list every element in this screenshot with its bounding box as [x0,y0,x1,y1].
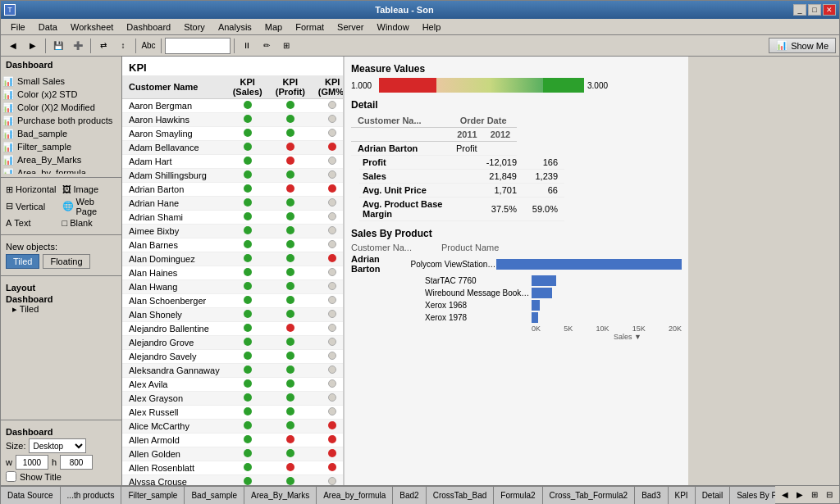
tab-cross-formula[interactable]: Cross_Tab_Formula2 [543,486,636,504]
panel-item-area-formula[interactable]: 📊 Area_by_formula [1,166,121,174]
tab-detail[interactable]: Detail [696,486,731,504]
maximize-button[interactable]: □ [808,4,821,16]
toolbar-pencil[interactable]: ✏ [258,37,276,55]
width-input[interactable] [16,455,48,470]
menu-help[interactable]: Help [416,20,448,34]
toolbar-back[interactable]: ◀ [4,37,22,55]
tiled-button[interactable]: Tiled [6,254,39,269]
sales-product: StarTAC 7760 [425,276,532,285]
grid-icon[interactable]: ⊟ [823,488,836,502]
kpi-row[interactable]: Alejandro Savely [122,350,343,364]
menu-map[interactable]: Map [258,20,289,34]
tab-area-formula[interactable]: Area_by_formula [317,486,393,504]
kpi-row[interactable]: Allen Golden [122,447,343,461]
kpi-row[interactable]: Aaron Bergman [122,99,343,113]
floating-button[interactable]: Floating [43,254,89,269]
kpi-row[interactable]: Alyssa Crouse [122,475,343,486]
kpi-row[interactable]: Adam Hart [122,155,343,169]
menu-analysis[interactable]: Analysis [212,20,258,34]
tab-formula2[interactable]: Formula2 [494,486,542,504]
show-title-checkbox[interactable] [6,471,16,482]
menu-story[interactable]: Story [177,20,212,34]
menu-worksheet[interactable]: Worksheet [64,20,120,34]
kpi-profit-cell [269,169,312,183]
obj-text[interactable]: A Text [6,218,61,228]
menu-data[interactable]: Data [32,20,64,34]
kpi-row[interactable]: Allen Rosenblatt [122,461,343,475]
kpi-row[interactable]: Alan Shonely [122,308,343,322]
kpi-row[interactable]: Adrian Hane [122,197,343,211]
kpi-row[interactable]: Adam Bellavance [122,141,343,155]
kpi-row[interactable]: Alice McCarthy [122,420,343,434]
tab-bad2[interactable]: Bad2 [393,486,426,504]
toolbar-dropdown[interactable] [165,38,231,54]
kpi-row[interactable]: Adrian Barton [122,183,343,197]
nav-next-icon[interactable]: ▶ [793,488,806,502]
panel-item-filter[interactable]: 📊 Filter_sample [1,140,121,153]
tab-area-marks[interactable]: Area_By_Marks [244,486,317,504]
kpi-row[interactable]: Alex Russell [122,406,343,420]
menu-file[interactable]: File [4,20,32,34]
panel-item-bad-sample[interactable]: 📊 Bad_sample [1,127,121,140]
kpi-row[interactable]: Aaron Hawkins [122,113,343,127]
menu-server[interactable]: Server [331,20,370,34]
kpi-row[interactable]: Alan Hwang [122,280,343,294]
obj-horizontal[interactable]: ⊞ Horizontal [6,184,61,195]
close-button[interactable]: ✕ [823,4,836,16]
obj-image[interactable]: 🖼 Image [62,184,117,195]
obj-webpage[interactable]: 🌐 Web Page [62,197,117,216]
toolbar-save[interactable]: 💾 [49,37,67,55]
kpi-row[interactable]: Alex Grayson [122,392,343,406]
tab-datasource[interactable]: Data Source [1,486,61,504]
window-controls[interactable]: _ □ ✕ [793,4,836,16]
kpi-row[interactable]: Alan Dominguez [122,252,343,266]
kpi-row[interactable]: Alex Avila [122,378,343,392]
toolbar-swap[interactable]: ⇄ [94,37,112,55]
kpi-row[interactable]: Alan Barnes [122,238,343,252]
toolbar-forward[interactable]: ▶ [24,37,42,55]
kpi-row[interactable]: Adam Shillingsburg [122,169,343,183]
toolbar-label[interactable]: Abc [139,37,158,55]
kpi-table-scroll[interactable]: Customer Name KPI (Sales) KPI (Profit) K… [122,75,343,485]
panel-item-color-mod[interactable]: 📊 Color (X)2 Modified [1,101,121,114]
show-me-button[interactable]: 📊 Show Me [769,38,836,53]
tab-bad-sample[interactable]: Bad_sample [185,486,244,504]
nav-prev-icon[interactable]: ◀ [778,488,792,502]
kpi-row[interactable]: Aaron Smayling [122,127,343,141]
kpi-row[interactable]: Alejandro Grove [122,336,343,350]
toolbar-window[interactable]: ⊞ [277,37,295,55]
kpi-row[interactable]: Alan Haines [122,266,343,280]
tab-kpi[interactable]: KPI [669,486,696,504]
menu-dashboard[interactable]: Dashboard [120,20,177,34]
minimize-button[interactable]: _ [793,4,806,16]
tab-products[interactable]: ...th products [61,486,122,504]
add-sheet-icon[interactable]: ⊞ [808,488,821,502]
kpi-row[interactable]: Aimee Bixby [122,225,343,238]
x-label-5k: 5K [564,325,573,333]
tab-filter[interactable]: Filter_sample [121,486,185,504]
obj-vertical[interactable]: ⊟ Vertical [6,197,61,216]
kpi-row[interactable]: Alejandro Ballentine [122,322,343,336]
tab-crosstab[interactable]: CrossTab_Bad [427,486,495,504]
kpi-header-row: Customer Name KPI (Sales) KPI (Profit) K… [122,75,343,99]
kpi-row[interactable]: Alan Schoenberger [122,294,343,308]
size-dropdown[interactable]: Desktop [29,438,86,453]
kpi-row[interactable]: Aleksandra Gannaway [122,364,343,378]
tab-bad3[interactable]: Bad3 [635,486,668,504]
toolbar-pause[interactable]: ⏸ [238,37,256,55]
tab-sales-product[interactable]: Sales By Product [730,486,775,504]
toolbar-sort[interactable]: ↕ [114,37,132,55]
menu-format[interactable]: Format [289,20,331,34]
panel-item-small-sales[interactable]: 📊 Small Sales [1,75,121,88]
kpi-row[interactable]: Adrian Shami [122,211,343,225]
obj-blank[interactable]: □ Blank [62,218,117,228]
toolbar-add[interactable]: ➕ [69,37,87,55]
kpi-row[interactable]: Allen Armold [122,434,343,447]
panel-item-area-marks[interactable]: 📊 Area_By_Marks [1,153,121,166]
height-input[interactable] [60,455,93,470]
kpi-customer-name: Alan Dominguez [122,252,226,266]
menu-window[interactable]: Window [371,20,416,34]
panel-item-color-std[interactable]: 📊 Color (x)2 STD [1,88,121,101]
panel-items-scroll[interactable]: 📊 Small Sales 📊 Color (x)2 STD 📊 Color (… [1,75,121,174]
panel-item-purchase[interactable]: 📊 Purchase both products [1,114,121,127]
